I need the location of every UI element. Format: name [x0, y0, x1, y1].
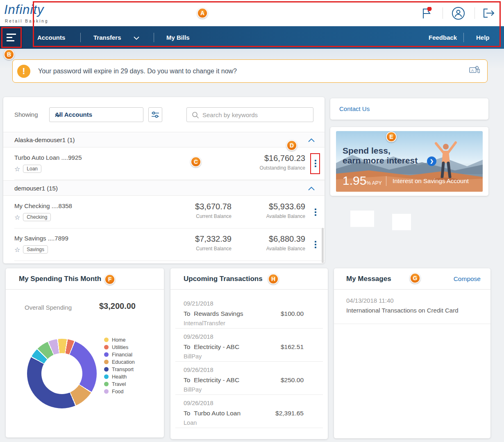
- account-type-badge: Loan: [23, 165, 41, 173]
- logo: Infinity: [4, 2, 44, 17]
- balance-amount: $16,760.23: [236, 154, 305, 163]
- compose-link[interactable]: Compose: [454, 268, 481, 290]
- search-input[interactable]: [202, 108, 309, 121]
- widget-header: My Messages Compose: [334, 268, 490, 290]
- chevron-up-icon[interactable]: [308, 187, 315, 190]
- hamburger-menu-icon[interactable]: [0, 26, 23, 49]
- group-name: Alaska-demouser1 (1): [14, 132, 75, 147]
- transaction-item[interactable]: 09/26/2018 To Electricity - ABC $250.00 …: [170, 362, 328, 395]
- transaction-item[interactable]: 09/26/2018 To Electricity - ABC $162.51 …: [170, 329, 328, 362]
- password-expiry-alert: ! Your password will expire in 29 days. …: [12, 59, 488, 83]
- row-actions-kebab-icon[interactable]: [315, 160, 317, 168]
- legend-dot: [104, 345, 109, 349]
- transaction-date: 09/21/2018: [184, 300, 213, 307]
- row-actions-kebab-icon[interactable]: [315, 209, 317, 217]
- nav-help[interactable]: Help: [476, 26, 490, 49]
- legend-label: Education: [112, 359, 135, 365]
- favorite-star-icon[interactable]: ☆: [14, 246, 20, 254]
- accounts-filter-dropdown[interactable]: All Accounts: [49, 107, 143, 122]
- promo-headline-1: Spend less,: [343, 146, 390, 156]
- legend-item: Financial: [104, 351, 135, 358]
- nav-transfers[interactable]: Transfers: [93, 26, 121, 49]
- rate-value: 1.95: [343, 174, 366, 187]
- warning-icon: !: [17, 65, 30, 78]
- legend-item: Transport: [104, 366, 135, 373]
- notifications-flag-icon[interactable]: [421, 7, 433, 21]
- legend-label: Transport: [112, 367, 134, 372]
- account-group-header[interactable]: Alaska-demouser1 (1): [3, 132, 325, 147]
- transaction-payee: To Turbo Auto Loan: [184, 410, 241, 417]
- widget-title: My Messages: [346, 268, 391, 290]
- promo-divider: [386, 176, 386, 186]
- search-box: [186, 107, 313, 122]
- transaction-item[interactable]: 09/21/2018 To Rewards Savings $100.00 In…: [170, 295, 328, 329]
- spending-widget: My Spending This Month Overall Spending …: [6, 268, 164, 437]
- scrollbar-thumb[interactable]: [322, 228, 324, 263]
- advanced-filter-button[interactable]: [148, 107, 162, 122]
- chart-legend: Home Utilities Financial Education Trans…: [104, 336, 135, 395]
- profile-icon[interactable]: [452, 7, 465, 22]
- balance-label: Available Balance: [236, 213, 305, 219]
- message-date: 04/13/2018 11:40: [346, 297, 394, 304]
- transaction-amount: $100.00: [281, 310, 304, 317]
- nav-accounts[interactable]: Accounts: [37, 26, 65, 49]
- legend-item: Utilities: [104, 344, 135, 351]
- transaction-date: 09/26/2018: [184, 367, 213, 373]
- transaction-type: InternalTransfer: [184, 320, 225, 326]
- legend-dot: [104, 338, 109, 342]
- legend-dot: [104, 374, 109, 379]
- account-type-badge: Checking: [23, 213, 51, 221]
- transaction-date: 09/26/2018: [184, 333, 213, 340]
- transaction-amount: $162.51: [281, 343, 304, 351]
- favorite-star-icon[interactable]: ☆: [14, 165, 20, 173]
- alert-message: Your password will expire in 29 days. Do…: [38, 60, 237, 82]
- contact-us-link[interactable]: Contact Us: [339, 98, 370, 120]
- account-name: My Savings ....7899: [14, 235, 68, 242]
- account-group-header[interactable]: demouser1 (15): [3, 180, 325, 196]
- logout-icon[interactable]: [483, 8, 495, 20]
- main-nav: Accounts Transfers My Bills Feedback Hel…: [0, 26, 504, 49]
- notification-dot: [427, 7, 432, 11]
- account-row-my-savings[interactable]: My Savings ....7899 ☆ Savings $7,332.39 …: [3, 229, 325, 261]
- header-divider: [443, 7, 443, 19]
- nav-feedback[interactable]: Feedback: [429, 26, 457, 49]
- transaction-payee: To Electricity - ABC: [184, 343, 239, 351]
- balance-amount: $5,933.69: [236, 202, 305, 211]
- balance-label: Outstanding Balance: [236, 165, 305, 171]
- row-divider: [14, 261, 325, 261]
- account-row-turbo-auto-loan[interactable]: Turbo Auto Loan ....9925 ☆ Loan $16,760.…: [3, 148, 325, 180]
- chevron-up-icon[interactable]: [308, 138, 315, 142]
- chevron-down-icon[interactable]: [134, 36, 139, 40]
- balance-label: Available Balance: [236, 246, 305, 252]
- widget-header: My Spending This Month: [6, 268, 164, 290]
- nav-my-bills[interactable]: My Bills: [166, 26, 190, 49]
- logo-subtitle: Retail Banking: [5, 19, 48, 23]
- upcoming-transactions-widget: Upcoming Transactions 09/21/2018 To Rewa…: [170, 268, 328, 439]
- overall-spending-value: $3,200.00: [99, 301, 136, 311]
- row-divider: [14, 179, 325, 180]
- legend-item: Travel: [104, 381, 135, 388]
- app-header: Infinity Retail Banking: [0, 0, 504, 26]
- transaction-item[interactable]: 09/26/2018 To Turbo Auto Loan $2,391.65 …: [170, 395, 328, 428]
- promo-arrow-button[interactable]: ❯: [427, 156, 436, 166]
- legend-item: Health: [104, 373, 135, 380]
- legend-item: Food: [104, 388, 135, 395]
- legend-dot: [104, 367, 109, 372]
- legend-dot: [104, 382, 109, 386]
- nav-divider: [80, 33, 81, 42]
- account-row-my-checking[interactable]: My Checking ....8358 ☆ Checking $3,670.7…: [3, 196, 325, 229]
- legend-label: Financial: [112, 352, 132, 358]
- row-actions-kebab-icon[interactable]: [315, 241, 317, 249]
- favorite-star-icon[interactable]: ☆: [14, 213, 20, 221]
- promo-headline-2: earn more interest: [343, 156, 418, 165]
- spending-donut-chart[interactable]: [27, 339, 97, 408]
- change-password-icon[interactable]: A: [469, 66, 480, 75]
- balance-label: Current Balance: [162, 213, 232, 219]
- chevron-down-icon: [55, 113, 138, 117]
- balance-amount: $3,670.78: [162, 202, 232, 211]
- my-messages-widget: My Messages Compose 04/13/2018 11:40 Int…: [334, 268, 490, 438]
- overall-spending-label: Overall Spending: [25, 304, 72, 311]
- promo-banner-image[interactable]: Spend less, earn more interest ❯ 1.95% A…: [336, 131, 483, 192]
- donut-hole: [41, 353, 82, 394]
- legend-label: Utilities: [112, 345, 128, 350]
